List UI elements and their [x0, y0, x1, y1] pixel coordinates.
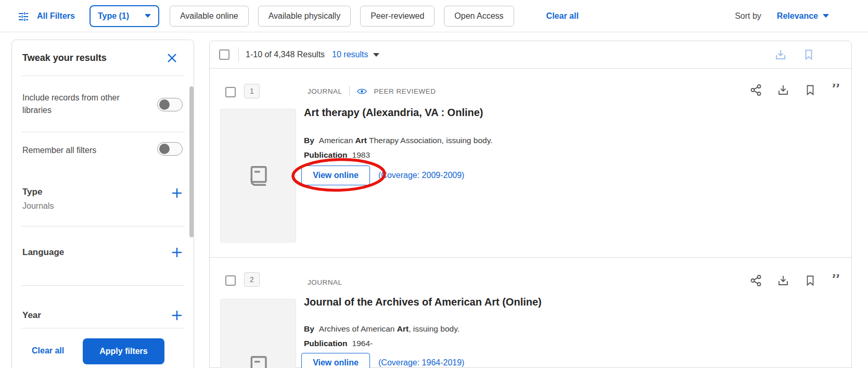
divider: [21, 132, 184, 132]
facet-section-year: Year: [22, 310, 41, 321]
coverage-link[interactable]: (Coverage: 1964-2019): [378, 358, 464, 367]
divider: [21, 285, 184, 286]
select-all-checkbox[interactable]: [219, 49, 229, 60]
journal-icon: [246, 164, 270, 188]
result-actions: ”: [750, 274, 840, 287]
filter-sliders-icon: [17, 10, 30, 22]
tweak-results-panel: Tweak your results Include records from …: [11, 40, 194, 368]
journal-icon: [246, 354, 270, 368]
expand-year-plus-icon[interactable]: [171, 309, 183, 322]
resource-type-badge: JOURNAL: [308, 87, 342, 95]
facet-section-language: Language: [22, 247, 64, 258]
results-header: 1-10 of 4,348 Results 10 results: [210, 41, 851, 69]
clear-all-filters-link[interactable]: Clear all: [546, 11, 579, 21]
panel-title: Tweak your results: [22, 53, 107, 64]
result-publication-line: Publication1964-: [304, 338, 373, 349]
expand-language-plus-icon[interactable]: [171, 246, 183, 259]
download-icon[interactable]: [777, 274, 789, 287]
remember-all-filters-toggle[interactable]: [157, 142, 183, 156]
sidebar-scrollbar[interactable]: [189, 86, 194, 237]
result-author-line: ByArchives of American Art, issuing body…: [304, 323, 459, 334]
filter-available-physically-button[interactable]: Available physically: [258, 6, 351, 27]
result-divider: [210, 257, 851, 258]
share-icon[interactable]: [750, 84, 762, 96]
bookmark-icon[interactable]: [804, 274, 816, 287]
peer-reviewed-badge: PEER REVIEWED: [374, 87, 436, 95]
result-thumbnail: [220, 109, 296, 243]
view-online-button[interactable]: View online: [301, 353, 370, 368]
include-other-libraries-toggle[interactable]: [157, 98, 183, 111]
result-title[interactable]: Journal of the Archives of American Art …: [304, 296, 542, 308]
divider: [349, 86, 350, 96]
filter-available-online-button[interactable]: Available online: [170, 6, 249, 27]
share-icon[interactable]: [750, 274, 762, 287]
result-number-badge: 2: [244, 272, 260, 287]
sort-value-label: Relevance: [777, 11, 818, 21]
page-size-dropdown[interactable]: 10 results: [332, 50, 368, 59]
citation-quote-icon[interactable]: ”: [831, 274, 840, 287]
coverage-link[interactable]: (Coverage: 2009-2009): [378, 171, 464, 180]
divider: [21, 328, 184, 328]
chevron-down-icon: [823, 14, 829, 18]
expand-type-plus-icon[interactable]: [171, 187, 183, 199]
result-publication-line: Publication1983: [304, 149, 370, 160]
divider: [238, 47, 239, 62]
filter-peer-reviewed-button[interactable]: Peer-reviewed: [360, 6, 435, 27]
filter-toolbar: All Filters Type (1) Available online Av…: [0, 0, 868, 32]
apply-filters-button[interactable]: Apply filters: [83, 338, 164, 364]
result-thumbnail: [220, 299, 296, 368]
result-checkbox[interactable]: [225, 275, 236, 286]
facet-selected-type: Journals: [22, 201, 54, 211]
results-count: 1-10 of 4,348 Results: [246, 50, 325, 59]
sort-controls: Sort by Relevance: [735, 11, 829, 21]
toggle-label-include-other-libraries: Include records from other libraries: [22, 92, 145, 117]
resource-type-badge: JOURNAL: [308, 278, 342, 286]
chevron-down-icon: [373, 53, 379, 57]
result-checkbox[interactable]: [225, 87, 236, 97]
close-icon[interactable]: [167, 53, 177, 63]
search-term-highlight: Art: [355, 136, 367, 145]
all-filters-button[interactable]: All Filters: [37, 11, 75, 21]
sort-dropdown[interactable]: Relevance: [777, 11, 829, 21]
results-list: 1-10 of 4,348 Results 10 results 1: [209, 41, 852, 368]
type-filter-label: Type (1): [98, 11, 129, 21]
chevron-down-icon: [145, 14, 151, 18]
sort-by-label: Sort by: [735, 11, 761, 21]
view-online-button[interactable]: View online: [301, 166, 370, 185]
search-term-highlight: Art: [397, 324, 409, 333]
result-title[interactable]: Art therapy (Alexandria, VA : Online): [304, 107, 483, 119]
citation-quote-icon[interactable]: ”: [831, 84, 840, 96]
bookmark-icon[interactable]: [802, 48, 815, 61]
facet-section-type: Type: [22, 187, 42, 197]
bookmark-icon[interactable]: [804, 84, 816, 96]
toggle-knob: [159, 144, 170, 154]
toggle-knob: [159, 99, 170, 110]
result-actions: ”: [750, 84, 840, 96]
divider: [21, 226, 184, 226]
download-icon[interactable]: [777, 84, 789, 96]
result-badges: JOURNAL PEER REVIEWED: [308, 85, 436, 97]
divider: [21, 75, 184, 76]
result-number-badge: 1: [244, 84, 260, 98]
type-filter-dropdown[interactable]: Type (1): [90, 5, 159, 27]
peer-reviewed-eye-icon: [356, 88, 367, 95]
download-icon[interactable]: [774, 48, 787, 61]
filter-open-access-button[interactable]: Open Access: [444, 6, 514, 27]
library-search-results-page: All Filters Type (1) Available online Av…: [0, 0, 868, 368]
result-author-line: ByAmerican Art Therapy Association, issu…: [304, 135, 493, 146]
toggle-label-remember-filters: Remember all filters: [22, 144, 145, 157]
result-badges: JOURNAL: [308, 276, 342, 288]
sidebar-clear-all-link[interactable]: Clear all: [32, 346, 64, 356]
